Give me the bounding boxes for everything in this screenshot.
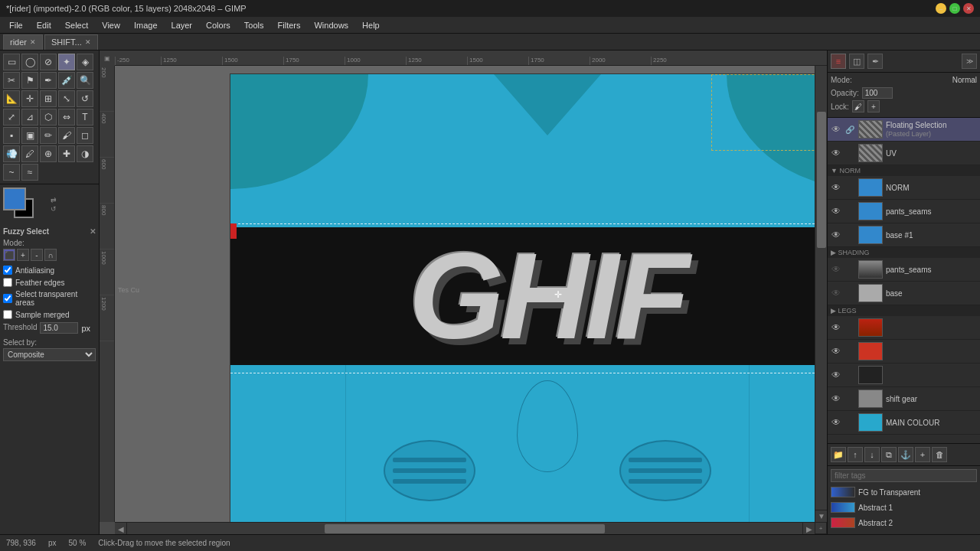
- layer-eye-main-colour[interactable]: 👁: [831, 417, 841, 428]
- layer-new-btn[interactable]: +: [915, 447, 930, 462]
- layer-chain-base-shading[interactable]: [844, 288, 855, 298]
- layer-main-colour[interactable]: 👁 MAIN COLOUR: [828, 411, 980, 435]
- tool-paintbrush[interactable]: 🖌: [58, 127, 75, 144]
- layer-chain-legs-1[interactable]: [844, 322, 855, 333]
- tool-flip[interactable]: ⇔: [58, 109, 75, 126]
- lock-position-btn[interactable]: +: [867, 100, 880, 112]
- tab-shift-close[interactable]: ✕: [85, 38, 91, 46]
- menu-view[interactable]: View: [96, 19, 126, 31]
- layer-delete-btn[interactable]: 🗑: [932, 447, 947, 462]
- tool-move[interactable]: ✛: [21, 90, 38, 107]
- vscroll-thumb[interactable]: [817, 112, 826, 249]
- tool-zoom[interactable]: 🔍: [77, 72, 93, 89]
- tool-dodge-burn[interactable]: ◑: [77, 145, 93, 162]
- vscroll-down-btn[interactable]: ▼: [815, 510, 827, 522]
- paths-panel-icon[interactable]: ✒: [867, 54, 883, 69]
- menu-help[interactable]: Help: [356, 19, 386, 31]
- layer-eye-pants-seams-1[interactable]: 👁: [831, 206, 841, 217]
- layer-norm[interactable]: 👁 NORM: [828, 176, 980, 200]
- tool-heal[interactable]: ✚: [58, 145, 75, 162]
- tool-pencil[interactable]: ✏: [40, 127, 57, 144]
- mode-subtract-btn[interactable]: -: [31, 249, 43, 261]
- layer-eye-legs-3[interactable]: 👁: [831, 370, 841, 380]
- tool-align[interactable]: ⊞: [40, 90, 57, 107]
- canvas-corner-btn[interactable]: +: [815, 522, 827, 534]
- tool-airbrush[interactable]: 💨: [3, 145, 20, 162]
- menu-image[interactable]: Image: [128, 19, 164, 31]
- layer-eye-floating[interactable]: 👁: [831, 124, 841, 135]
- layer-eye-base-shading[interactable]: 👁: [831, 288, 841, 298]
- hscroll-right-btn[interactable]: ▶: [802, 523, 815, 534]
- tool-color-select[interactable]: ◈: [77, 54, 93, 70]
- tab-shift[interactable]: SHIFT... ✕: [44, 34, 98, 50]
- layer-eye-legs-2[interactable]: 👁: [831, 346, 841, 357]
- layer-chain-shading-hidden[interactable]: [844, 264, 855, 275]
- layer-down-btn[interactable]: ↓: [864, 447, 880, 462]
- layer-eye-shading-hidden[interactable]: 👁: [831, 264, 841, 275]
- layer-chain-legs-3[interactable]: [844, 370, 855, 380]
- gradient-fg-transparent[interactable]: FG to Transparent: [831, 485, 977, 499]
- layer-floating-selection[interactable]: 👁 🔗 Floating Selection(Pasted Layer): [828, 118, 980, 142]
- transparent-label[interactable]: Select transparent areas: [3, 290, 96, 307]
- close-button[interactable]: ✕: [963, 3, 974, 14]
- lock-pixels-btn[interactable]: 🖌: [852, 100, 864, 112]
- layer-legs-3[interactable]: 👁: [828, 364, 980, 387]
- tool-perspective[interactable]: ⬡: [40, 109, 57, 126]
- horizontal-scrollbar[interactable]: ▶ ◀: [115, 522, 815, 534]
- tool-transform[interactable]: ⤡: [58, 90, 75, 107]
- menu-colors[interactable]: Colors: [200, 19, 237, 31]
- minimize-button[interactable]: –: [936, 3, 946, 14]
- tool-bucket[interactable]: ▪: [3, 127, 20, 144]
- layer-chain-legs-2[interactable]: [844, 346, 855, 357]
- mode-intersect-btn[interactable]: ∩: [44, 249, 57, 261]
- layer-chain-main-colour[interactable]: [844, 417, 855, 428]
- layer-chain-norm[interactable]: [844, 182, 855, 193]
- hscroll-left-btn[interactable]: ◀: [115, 523, 127, 534]
- menu-file[interactable]: File: [3, 19, 29, 31]
- opacity-input[interactable]: [862, 87, 893, 99]
- layer-eye-legs-1[interactable]: 👁: [831, 322, 841, 333]
- tab-rider[interactable]: rider ✕: [3, 34, 43, 50]
- tool-smudge[interactable]: ~: [3, 164, 20, 181]
- canvas-container[interactable]: GHIF: [115, 66, 815, 522]
- tool-convolve[interactable]: ≈: [21, 164, 38, 181]
- gradient-abstract-1[interactable]: Abstract 1: [831, 500, 977, 514]
- feather-checkbox[interactable]: [3, 278, 12, 287]
- tool-clone[interactable]: ⊕: [40, 145, 57, 162]
- layer-eye-base-1[interactable]: 👁: [831, 230, 841, 240]
- transparent-checkbox[interactable]: [3, 294, 12, 303]
- sample-label[interactable]: Sample merged: [3, 310, 70, 319]
- filter-input[interactable]: [831, 469, 977, 482]
- threshold-input[interactable]: [40, 322, 78, 334]
- swap-colors[interactable]: ⇄: [51, 196, 57, 204]
- tool-ellipse-select[interactable]: ◯: [21, 54, 38, 70]
- tool-fg-select[interactable]: ⚑: [21, 72, 38, 89]
- tool-text[interactable]: T: [77, 109, 93, 126]
- layer-legs-2[interactable]: 👁: [828, 340, 980, 364]
- antialiasing-label[interactable]: Antialiasing: [3, 266, 54, 275]
- select-by-dropdown[interactable]: Composite Red Green Blue Alpha: [3, 348, 96, 361]
- mode-add-btn[interactable]: +: [17, 249, 29, 261]
- tool-options-close-btn[interactable]: ✕: [90, 227, 96, 236]
- canvas-corner-square[interactable]: ▣: [100, 51, 115, 66]
- antialiasing-checkbox[interactable]: [3, 266, 12, 275]
- tab-rider-close[interactable]: ✕: [30, 38, 36, 46]
- layer-pants-seams-1[interactable]: 👁 pants_seams: [828, 200, 980, 223]
- maximize-button[interactable]: □: [949, 3, 960, 14]
- menu-layer[interactable]: Layer: [165, 19, 199, 31]
- tool-blend[interactable]: ▣: [21, 127, 38, 144]
- layer-up-btn[interactable]: ↑: [848, 447, 863, 462]
- tool-free-select[interactable]: ⊘: [40, 54, 57, 70]
- layer-base-shading[interactable]: 👁 base: [828, 282, 980, 305]
- menu-select[interactable]: Select: [59, 19, 95, 31]
- layer-chain-pants-seams-1[interactable]: [844, 206, 855, 217]
- menu-edit[interactable]: Edit: [31, 19, 57, 31]
- layer-anchor-btn[interactable]: ⚓: [898, 447, 913, 462]
- menu-windows[interactable]: Windows: [308, 19, 354, 31]
- tool-scissors[interactable]: ✂: [3, 72, 20, 89]
- tool-scale[interactable]: ⤢: [3, 109, 20, 126]
- tool-rect-select[interactable]: ▭: [3, 54, 20, 70]
- layers-icon-active[interactable]: ≡: [831, 54, 846, 69]
- layer-chain-shift-gear[interactable]: [844, 393, 855, 404]
- canvas-image[interactable]: GHIF: [230, 73, 815, 522]
